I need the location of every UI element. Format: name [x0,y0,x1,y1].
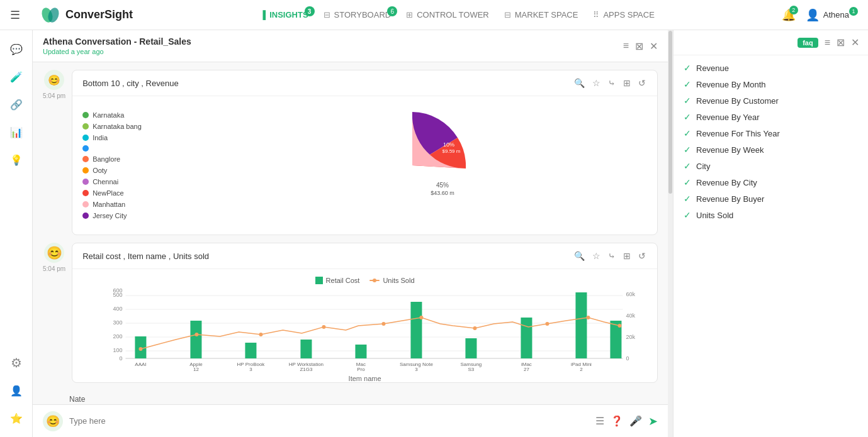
table-action-icon[interactable]: ⊞ [622,77,632,89]
scroll-thumb [668,31,672,194]
legend-dot-jersey [82,213,89,219]
faq-item-city[interactable]: ✓ City [684,161,858,171]
user-menu[interactable]: 👤 Athena 1 [806,8,858,22]
chat-time-2: 5:04 pm [43,265,65,272]
chat-input[interactable] [69,416,589,426]
insights-bar-icon: ▐ [260,10,266,19]
bar-star-icon[interactable]: ☆ [591,250,602,262]
pie-chart-svg-wrap: 45% $44.16 m 10% $9.59 m 45% $43.60 m [177,106,647,225]
bar-chart-legend: Retail Cost Units Sold [82,277,647,284]
nav-insights[interactable]: ▐ INSIGHTS 3 [260,10,308,19]
faq-check-revenue-buyer: ✓ [684,194,691,204]
faq-item-units-sold[interactable]: ✓ Units Sold [684,210,858,220]
apps-space-icon: ⠿ [593,10,599,19]
legend-dot-karnataka [82,112,89,118]
dot-4 [322,325,326,329]
chat-message-2: 😊 5:04 pm Retail cost , Item name , Unit… [43,243,658,383]
input-help-icon[interactable]: ❓ [611,415,623,427]
conversation-title: Athena Conversation - Retail_Sales [43,36,191,47]
svg-text:200: 200 [113,333,123,340]
panel-close-icon[interactable]: ✕ [650,40,658,52]
nav-control-tower[interactable]: ⊞ CONTROL TOWER [406,10,489,19]
faq-item-revenue-buyer[interactable]: ✓ Revenue By Buyer [684,194,858,204]
dot-1 [139,347,143,351]
faq-item-revenue-customer[interactable]: ✓ Revenue By Customer [684,96,858,106]
star-action-icon[interactable]: ☆ [591,77,602,89]
faq-check-revenue-city: ✓ [684,177,691,187]
bar-hpworkstation [301,340,312,358]
dot-6 [420,316,424,319]
pie-chart-title: Bottom 10 , city , Revenue [82,79,178,88]
svg-text:0: 0 [120,355,123,362]
faq-item-revenue-this-year[interactable]: ✓ Revenue For This Year [684,128,858,138]
nav-market-space[interactable]: ⊟ MARKET SPACE [504,10,578,19]
bot-avatar: 😊 [44,70,64,90]
logo-text: ConverSight [65,8,133,21]
sidebar-item-lab[interactable]: 🧪 [5,65,28,88]
legend-dot-india [82,135,89,141]
svg-text:400: 400 [113,306,123,312]
faq-expand-icon[interactable]: ⊠ [837,36,845,48]
search-action-icon[interactable]: 🔍 [573,77,586,89]
user-avatar: 😊 [44,243,64,263]
faq-check-revenue: ✓ [684,63,691,73]
svg-text:27: 27 [524,367,529,372]
pie-legend: Karnataka Karnataka bang India [82,111,164,219]
sidebar-item-user[interactable]: 👤 [5,379,28,402]
faq-check-city: ✓ [684,161,691,171]
panel-filter-icon[interactable]: ≡ [623,40,629,52]
nate-label: Nate [69,395,85,404]
bar-share-icon[interactable]: ⤷ [607,250,617,262]
top-navigation: ☰ ConverSight ▐ INSIGHTS 3 ⊟ STORYBOARD … [0,0,868,30]
faq-item-revenue-month[interactable]: ✓ Revenue By Month [684,79,858,89]
input-send-button[interactable]: ➤ [648,414,658,428]
nav-apps-space[interactable]: ⠿ APPS SPACE [593,10,654,19]
refresh-action-icon[interactable]: ↺ [637,77,647,89]
svg-text:60k: 60k [626,291,636,297]
faq-item-revenue-year[interactable]: ✓ Revenue By Year [684,112,858,122]
faq-check-revenue-week: ✓ [684,145,691,155]
dot-3 [259,333,263,336]
sidebar-item-insights[interactable]: 💡 [5,148,28,171]
legend-manhattan: Manhattan [82,201,164,208]
input-actions: ☰ ❓ 🎤 ➤ [595,414,658,428]
faq-panel-header: faq ≡ ⊠ ✕ [674,30,868,55]
svg-text:$44.16 m: $44.16 m [374,158,398,165]
bar-table-icon[interactable]: ⊞ [622,250,632,262]
svg-text:Z1G3: Z1G3 [300,367,313,372]
svg-text:100: 100 [113,347,123,353]
svg-text:$43.60 m: $43.60 m [431,190,454,196]
faq-close-icon[interactable]: ✕ [851,36,859,48]
bar-chart-header: Retail cost , Item name , Units sold 🔍 ☆… [72,243,657,269]
legend-banglore: Banglore [82,155,164,163]
conversation-header: Athena Conversation - Retail_Sales Updat… [33,30,668,62]
faq-item-revenue[interactable]: ✓ Revenue [684,63,858,73]
faq-check-revenue-this-year: ✓ [684,128,691,138]
sidebar-item-chat[interactable]: 💬 [5,38,28,60]
faq-filter-icon[interactable]: ≡ [825,37,830,48]
legend-dot-karnataka-bang [82,123,89,130]
bar-refresh-icon[interactable]: ↺ [637,250,647,262]
bar-search-icon[interactable]: 🔍 [573,250,586,262]
bar-macpro [356,345,367,358]
sidebar-item-favorite[interactable]: ⭐ [5,407,28,429]
logo: ConverSight [40,5,133,25]
share-action-icon[interactable]: ⤷ [607,77,617,89]
faq-item-revenue-city[interactable]: ✓ Revenue By City [684,177,858,187]
menu-icon[interactable]: ☰ [10,8,20,22]
notifications-button[interactable]: 🔔 2 [782,8,796,22]
faq-panel: faq ≡ ⊠ ✕ ✓ Revenue ✓ Revenue By Month ✓… [673,30,868,437]
bar-chart-actions: 🔍 ☆ ⤷ ⊞ ↺ [573,250,647,262]
input-list-icon[interactable]: ☰ [595,415,604,427]
panel-expand-icon[interactable]: ⊠ [635,40,643,52]
nav-storyboard[interactable]: ⊟ STORYBOARD 6 [324,10,392,19]
sidebar-item-connect[interactable]: 🔗 [5,93,28,116]
sidebar-item-dashboard[interactable]: 📊 [5,121,28,143]
input-mic-icon[interactable]: 🎤 [629,415,642,427]
svg-text:Pro: Pro [357,367,365,372]
faq-item-revenue-week[interactable]: ✓ Revenue By Week [684,145,858,155]
legend-dot-manhattan [82,201,89,207]
pie-label-purple: 45% [380,150,392,157]
sidebar-item-settings[interactable]: ⚙ [5,351,28,374]
legend-units-sold: Units Sold [369,277,414,284]
